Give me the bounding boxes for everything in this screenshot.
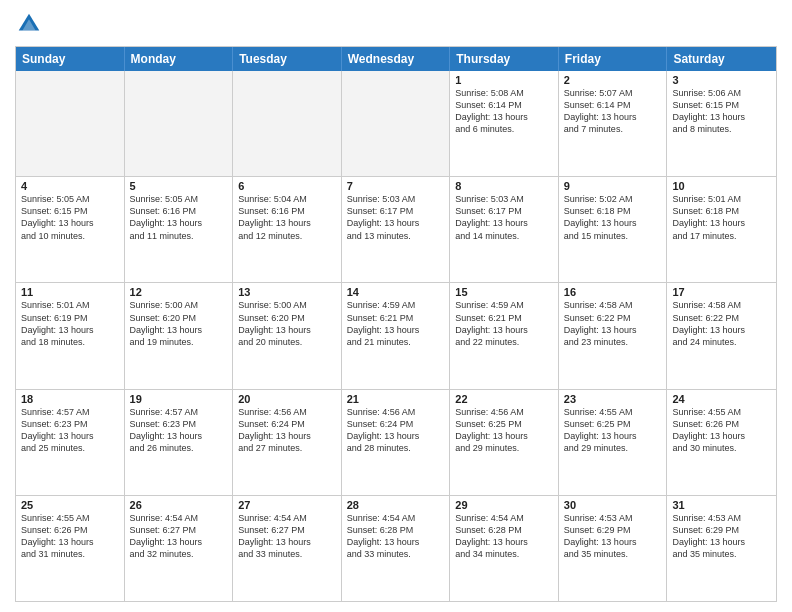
weekday-header-wednesday: Wednesday bbox=[342, 47, 451, 71]
calendar-cell-day-30: 30Sunrise: 4:53 AM Sunset: 6:29 PM Dayli… bbox=[559, 496, 668, 601]
weekday-header-tuesday: Tuesday bbox=[233, 47, 342, 71]
calendar-cell-day-23: 23Sunrise: 4:55 AM Sunset: 6:25 PM Dayli… bbox=[559, 390, 668, 495]
calendar-cell-day-5: 5Sunrise: 5:05 AM Sunset: 6:16 PM Daylig… bbox=[125, 177, 234, 282]
day-number: 14 bbox=[347, 286, 445, 298]
calendar-cell-day-21: 21Sunrise: 4:56 AM Sunset: 6:24 PM Dayli… bbox=[342, 390, 451, 495]
calendar-cell-day-10: 10Sunrise: 5:01 AM Sunset: 6:18 PM Dayli… bbox=[667, 177, 776, 282]
calendar-cell-day-19: 19Sunrise: 4:57 AM Sunset: 6:23 PM Dayli… bbox=[125, 390, 234, 495]
calendar-cell-day-11: 11Sunrise: 5:01 AM Sunset: 6:19 PM Dayli… bbox=[16, 283, 125, 388]
day-info: Sunrise: 5:03 AM Sunset: 6:17 PM Dayligh… bbox=[347, 193, 445, 242]
calendar-row-5: 25Sunrise: 4:55 AM Sunset: 6:26 PM Dayli… bbox=[16, 495, 776, 601]
calendar-cell-day-29: 29Sunrise: 4:54 AM Sunset: 6:28 PM Dayli… bbox=[450, 496, 559, 601]
calendar-cell-day-1: 1Sunrise: 5:08 AM Sunset: 6:14 PM Daylig… bbox=[450, 71, 559, 176]
day-number: 8 bbox=[455, 180, 553, 192]
calendar-cell-day-4: 4Sunrise: 5:05 AM Sunset: 6:15 PM Daylig… bbox=[16, 177, 125, 282]
weekday-header-sunday: Sunday bbox=[16, 47, 125, 71]
calendar-cell-day-7: 7Sunrise: 5:03 AM Sunset: 6:17 PM Daylig… bbox=[342, 177, 451, 282]
day-info: Sunrise: 4:54 AM Sunset: 6:27 PM Dayligh… bbox=[238, 512, 336, 561]
day-number: 19 bbox=[130, 393, 228, 405]
day-number: 12 bbox=[130, 286, 228, 298]
calendar-cell-day-18: 18Sunrise: 4:57 AM Sunset: 6:23 PM Dayli… bbox=[16, 390, 125, 495]
calendar-cell-empty bbox=[342, 71, 451, 176]
day-info: Sunrise: 4:54 AM Sunset: 6:27 PM Dayligh… bbox=[130, 512, 228, 561]
day-number: 25 bbox=[21, 499, 119, 511]
header bbox=[15, 10, 777, 38]
day-info: Sunrise: 5:04 AM Sunset: 6:16 PM Dayligh… bbox=[238, 193, 336, 242]
day-info: Sunrise: 5:08 AM Sunset: 6:14 PM Dayligh… bbox=[455, 87, 553, 136]
day-info: Sunrise: 5:07 AM Sunset: 6:14 PM Dayligh… bbox=[564, 87, 662, 136]
calendar-cell-day-9: 9Sunrise: 5:02 AM Sunset: 6:18 PM Daylig… bbox=[559, 177, 668, 282]
day-info: Sunrise: 4:53 AM Sunset: 6:29 PM Dayligh… bbox=[672, 512, 771, 561]
calendar-row-3: 11Sunrise: 5:01 AM Sunset: 6:19 PM Dayli… bbox=[16, 282, 776, 388]
day-number: 24 bbox=[672, 393, 771, 405]
day-number: 11 bbox=[21, 286, 119, 298]
day-number: 23 bbox=[564, 393, 662, 405]
calendar-cell-day-3: 3Sunrise: 5:06 AM Sunset: 6:15 PM Daylig… bbox=[667, 71, 776, 176]
calendar-row-1: 1Sunrise: 5:08 AM Sunset: 6:14 PM Daylig… bbox=[16, 71, 776, 176]
day-info: Sunrise: 5:05 AM Sunset: 6:16 PM Dayligh… bbox=[130, 193, 228, 242]
day-number: 2 bbox=[564, 74, 662, 86]
day-number: 27 bbox=[238, 499, 336, 511]
day-number: 7 bbox=[347, 180, 445, 192]
calendar-cell-day-15: 15Sunrise: 4:59 AM Sunset: 6:21 PM Dayli… bbox=[450, 283, 559, 388]
calendar-cell-day-6: 6Sunrise: 5:04 AM Sunset: 6:16 PM Daylig… bbox=[233, 177, 342, 282]
day-number: 20 bbox=[238, 393, 336, 405]
day-number: 22 bbox=[455, 393, 553, 405]
calendar-cell-day-12: 12Sunrise: 5:00 AM Sunset: 6:20 PM Dayli… bbox=[125, 283, 234, 388]
weekday-header-thursday: Thursday bbox=[450, 47, 559, 71]
day-number: 9 bbox=[564, 180, 662, 192]
calendar-cell-day-24: 24Sunrise: 4:55 AM Sunset: 6:26 PM Dayli… bbox=[667, 390, 776, 495]
day-number: 28 bbox=[347, 499, 445, 511]
day-number: 10 bbox=[672, 180, 771, 192]
day-info: Sunrise: 4:58 AM Sunset: 6:22 PM Dayligh… bbox=[564, 299, 662, 348]
day-info: Sunrise: 4:56 AM Sunset: 6:25 PM Dayligh… bbox=[455, 406, 553, 455]
calendar-body: 1Sunrise: 5:08 AM Sunset: 6:14 PM Daylig… bbox=[16, 71, 776, 601]
calendar-cell-day-26: 26Sunrise: 4:54 AM Sunset: 6:27 PM Dayli… bbox=[125, 496, 234, 601]
day-number: 3 bbox=[672, 74, 771, 86]
calendar-cell-day-14: 14Sunrise: 4:59 AM Sunset: 6:21 PM Dayli… bbox=[342, 283, 451, 388]
day-number: 18 bbox=[21, 393, 119, 405]
calendar: SundayMondayTuesdayWednesdayThursdayFrid… bbox=[15, 46, 777, 602]
calendar-cell-day-2: 2Sunrise: 5:07 AM Sunset: 6:14 PM Daylig… bbox=[559, 71, 668, 176]
day-info: Sunrise: 4:57 AM Sunset: 6:23 PM Dayligh… bbox=[21, 406, 119, 455]
calendar-cell-day-27: 27Sunrise: 4:54 AM Sunset: 6:27 PM Dayli… bbox=[233, 496, 342, 601]
calendar-cell-day-8: 8Sunrise: 5:03 AM Sunset: 6:17 PM Daylig… bbox=[450, 177, 559, 282]
calendar-cell-day-28: 28Sunrise: 4:54 AM Sunset: 6:28 PM Dayli… bbox=[342, 496, 451, 601]
day-info: Sunrise: 5:05 AM Sunset: 6:15 PM Dayligh… bbox=[21, 193, 119, 242]
calendar-cell-day-25: 25Sunrise: 4:55 AM Sunset: 6:26 PM Dayli… bbox=[16, 496, 125, 601]
day-number: 13 bbox=[238, 286, 336, 298]
day-info: Sunrise: 4:57 AM Sunset: 6:23 PM Dayligh… bbox=[130, 406, 228, 455]
day-info: Sunrise: 5:00 AM Sunset: 6:20 PM Dayligh… bbox=[130, 299, 228, 348]
logo bbox=[15, 10, 47, 38]
day-number: 31 bbox=[672, 499, 771, 511]
day-number: 29 bbox=[455, 499, 553, 511]
logo-icon bbox=[15, 10, 43, 38]
day-info: Sunrise: 4:59 AM Sunset: 6:21 PM Dayligh… bbox=[347, 299, 445, 348]
day-info: Sunrise: 5:01 AM Sunset: 6:18 PM Dayligh… bbox=[672, 193, 771, 242]
day-info: Sunrise: 5:00 AM Sunset: 6:20 PM Dayligh… bbox=[238, 299, 336, 348]
day-number: 26 bbox=[130, 499, 228, 511]
calendar-cell-empty bbox=[233, 71, 342, 176]
calendar-cell-empty bbox=[125, 71, 234, 176]
calendar-cell-empty bbox=[16, 71, 125, 176]
calendar-cell-day-13: 13Sunrise: 5:00 AM Sunset: 6:20 PM Dayli… bbox=[233, 283, 342, 388]
day-number: 6 bbox=[238, 180, 336, 192]
day-number: 17 bbox=[672, 286, 771, 298]
day-number: 1 bbox=[455, 74, 553, 86]
day-info: Sunrise: 4:54 AM Sunset: 6:28 PM Dayligh… bbox=[455, 512, 553, 561]
calendar-cell-day-20: 20Sunrise: 4:56 AM Sunset: 6:24 PM Dayli… bbox=[233, 390, 342, 495]
day-info: Sunrise: 4:55 AM Sunset: 6:26 PM Dayligh… bbox=[672, 406, 771, 455]
calendar-header: SundayMondayTuesdayWednesdayThursdayFrid… bbox=[16, 47, 776, 71]
day-info: Sunrise: 5:06 AM Sunset: 6:15 PM Dayligh… bbox=[672, 87, 771, 136]
weekday-header-monday: Monday bbox=[125, 47, 234, 71]
calendar-row-2: 4Sunrise: 5:05 AM Sunset: 6:15 PM Daylig… bbox=[16, 176, 776, 282]
day-info: Sunrise: 4:55 AM Sunset: 6:25 PM Dayligh… bbox=[564, 406, 662, 455]
day-info: Sunrise: 5:03 AM Sunset: 6:17 PM Dayligh… bbox=[455, 193, 553, 242]
day-info: Sunrise: 4:55 AM Sunset: 6:26 PM Dayligh… bbox=[21, 512, 119, 561]
day-number: 15 bbox=[455, 286, 553, 298]
page: SundayMondayTuesdayWednesdayThursdayFrid… bbox=[0, 0, 792, 612]
day-number: 21 bbox=[347, 393, 445, 405]
day-info: Sunrise: 4:53 AM Sunset: 6:29 PM Dayligh… bbox=[564, 512, 662, 561]
day-info: Sunrise: 4:58 AM Sunset: 6:22 PM Dayligh… bbox=[672, 299, 771, 348]
day-number: 30 bbox=[564, 499, 662, 511]
